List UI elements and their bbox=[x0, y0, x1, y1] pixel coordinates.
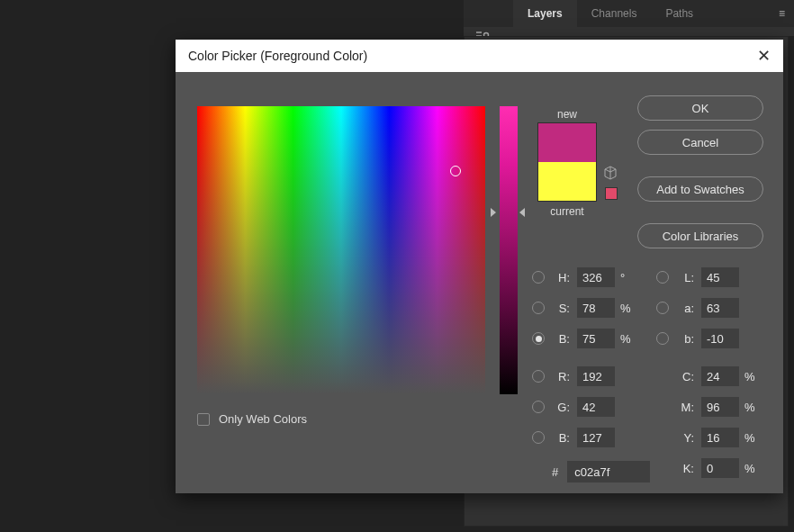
hex-input[interactable] bbox=[567, 461, 650, 482]
only-web-label: Only Web Colors bbox=[219, 412, 307, 426]
radio-a[interactable] bbox=[656, 302, 669, 314]
picker-ring[interactable] bbox=[450, 166, 461, 176]
hue-arrow-left-icon[interactable] bbox=[491, 208, 496, 217]
input-Y[interactable] bbox=[701, 428, 739, 447]
label-B: B: bbox=[552, 332, 570, 346]
hex-row: # bbox=[552, 461, 650, 482]
field-G: G: bbox=[532, 398, 636, 416]
field-a: a: bbox=[656, 299, 761, 317]
input-b[interactable] bbox=[701, 329, 739, 348]
label-C: C: bbox=[676, 370, 694, 383]
unit-B: % bbox=[620, 332, 636, 346]
tab-channels[interactable]: Channels bbox=[577, 0, 652, 27]
input-S[interactable] bbox=[577, 298, 615, 318]
radio-H[interactable] bbox=[532, 271, 545, 284]
label-B: B: bbox=[552, 431, 570, 445]
label-Y: Y: bbox=[676, 431, 694, 445]
input-B[interactable] bbox=[577, 428, 615, 447]
label-a: a: bbox=[676, 302, 694, 315]
label-current: current bbox=[537, 205, 597, 218]
unit-H: ° bbox=[620, 271, 636, 284]
unit-M: % bbox=[744, 401, 761, 414]
field-S: S:% bbox=[532, 299, 636, 317]
input-K[interactable] bbox=[701, 458, 739, 478]
swatch-current[interactable] bbox=[538, 162, 596, 201]
unit-Y: % bbox=[744, 431, 761, 445]
panel-menu-icon[interactable]: ≡ bbox=[779, 7, 785, 20]
cancel-button[interactable]: Cancel bbox=[637, 130, 763, 155]
radio-B[interactable] bbox=[532, 332, 545, 345]
hue-arrow-right-icon[interactable] bbox=[519, 208, 525, 217]
unit-C: % bbox=[744, 370, 761, 383]
input-G[interactable] bbox=[577, 397, 615, 417]
tab-layers[interactable]: Layers bbox=[513, 0, 577, 27]
label-new: new bbox=[537, 108, 597, 121]
hue-strip[interactable] bbox=[500, 106, 518, 394]
field-H: H:° bbox=[532, 268, 636, 286]
radio-L[interactable] bbox=[656, 271, 669, 284]
dialog-title: Color Picker (Foreground Color) bbox=[188, 49, 367, 63]
radio-b[interactable] bbox=[656, 332, 669, 345]
label-H: H: bbox=[552, 271, 570, 284]
color-field[interactable] bbox=[197, 106, 485, 394]
input-M[interactable] bbox=[701, 397, 739, 417]
label-G: G: bbox=[552, 401, 570, 414]
input-B[interactable] bbox=[577, 329, 615, 348]
dialog-body: new current OK Cancel Add to Swatches Co… bbox=[176, 72, 783, 493]
input-L[interactable] bbox=[701, 267, 739, 287]
add-to-swatches-button[interactable]: Add to Swatches bbox=[637, 176, 763, 202]
label-L: L: bbox=[676, 271, 694, 284]
unit-K: % bbox=[744, 462, 761, 475]
label-M: M: bbox=[676, 401, 694, 414]
only-web-checkbox[interactable] bbox=[197, 413, 210, 426]
panels-dock: Layers Channels Paths ≡ bbox=[464, 0, 794, 36]
label-b: b: bbox=[676, 332, 694, 346]
radio-B[interactable] bbox=[532, 431, 545, 444]
field-b: b: bbox=[656, 329, 761, 347]
color-picker-dialog: Color Picker (Foreground Color) ✕ new cu… bbox=[176, 40, 783, 493]
field-B: B:% bbox=[532, 329, 636, 347]
field-B: B: bbox=[532, 428, 636, 446]
swatch-box bbox=[537, 122, 597, 202]
radio-S[interactable] bbox=[532, 302, 545, 314]
unit-S: % bbox=[620, 302, 636, 315]
input-H[interactable] bbox=[577, 267, 615, 287]
swatch-new[interactable] bbox=[538, 123, 596, 162]
radio-R[interactable] bbox=[532, 370, 545, 383]
radio-G[interactable] bbox=[532, 401, 545, 413]
color-libraries-button[interactable]: Color Libraries bbox=[637, 223, 763, 248]
label-R: R: bbox=[552, 370, 570, 383]
field-R: R: bbox=[532, 367, 636, 385]
close-icon[interactable]: ✕ bbox=[757, 46, 771, 66]
titlebar[interactable]: Color Picker (Foreground Color) ✕ bbox=[176, 40, 783, 72]
panel-tabs: Layers Channels Paths bbox=[464, 0, 794, 27]
input-C[interactable] bbox=[701, 366, 739, 386]
field-C: C:% bbox=[656, 367, 761, 385]
field-M: M:% bbox=[656, 398, 761, 416]
ok-button[interactable]: OK bbox=[637, 95, 763, 121]
field-L: L: bbox=[656, 268, 761, 286]
label-S: S: bbox=[552, 302, 570, 315]
hex-hash-label: # bbox=[552, 465, 558, 479]
field-K: K:% bbox=[656, 459, 761, 477]
input-R[interactable] bbox=[577, 366, 615, 386]
gamut-proxy-swatch[interactable] bbox=[605, 187, 618, 200]
field-Y: Y:% bbox=[656, 428, 761, 446]
label-K: K: bbox=[676, 462, 694, 475]
gamut-warning-icon[interactable] bbox=[603, 166, 618, 180]
tab-paths[interactable]: Paths bbox=[651, 0, 708, 27]
only-web-colors[interactable]: Only Web Colors bbox=[197, 412, 307, 426]
input-a[interactable] bbox=[701, 298, 739, 318]
